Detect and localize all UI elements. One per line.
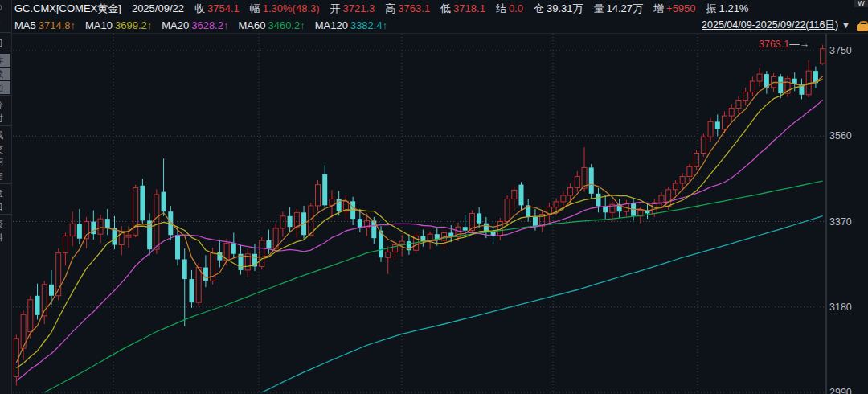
toolbar-item-5[interactable]: 时 (0, 112, 10, 125)
divider (0, 32, 11, 33)
quote-field-oi: 仓39.31万 (534, 2, 583, 16)
toolbar-user-icon[interactable]: ⊙ (0, 2, 8, 13)
ma-legend-ma120: MA1203382.4↑ (315, 19, 387, 31)
quote-field-high: 高3763.1 (385, 2, 430, 16)
toolbar-item-6[interactable]: 成 (0, 129, 10, 142)
toolbar-item-0[interactable]: 日 (0, 37, 10, 50)
quote-field-oi-chg: 增+5950 (653, 2, 696, 16)
high-price-marker: 3763.1—→ (759, 39, 809, 50)
period-selector[interactable]: 2025/04/09-2025/09/22(116日) ▼ (702, 18, 850, 32)
divider (0, 214, 11, 215)
toolbar-item-11[interactable]: 口 (0, 200, 10, 213)
grid-layer (13, 34, 826, 394)
left-toolbar: ⊙ + 日连续图分时成交明细盘口资料 (0, 0, 12, 394)
toolbar-item-4[interactable]: 分 (0, 98, 10, 111)
quote-field-open: 开3721.3 (330, 2, 375, 16)
quote-field-settle: 结0.0 (496, 2, 523, 16)
ma-legend-ma5: MA53714.8↑ (14, 19, 76, 31)
toolbar-crosshair-icon[interactable]: + (0, 16, 8, 27)
high-price-value: 3763.1 (759, 39, 789, 50)
ma-legend-ma20: MA203628.2↑ (162, 19, 228, 31)
toolbar-item-3[interactable]: 图 (0, 81, 10, 94)
toolbar-item-13[interactable]: 料 (0, 231, 10, 244)
y-axis-tick-2990: 2990 (829, 386, 865, 394)
lock-icon[interactable] (857, 21, 868, 31)
toolbar-item-9[interactable]: 细 (0, 170, 10, 183)
ma-items: MA53714.8↑MA103699.2↑MA203628.2↑MA603460… (14, 19, 387, 31)
toolbar-item-7[interactable]: 交 (0, 142, 10, 155)
toolbar-item-10[interactable]: 盘 (0, 187, 10, 199)
quote-fields: 收3754.1幅1.30%(48.3)开3721.3高3763.1低3718.1… (194, 2, 748, 16)
quote-field-volume: 量14.27万 (594, 2, 644, 16)
toolbar-item-8[interactable]: 明 (0, 156, 10, 169)
y-axis-tick-3750: 3750 (829, 44, 865, 57)
quote-field-close: 收3754.1 (194, 2, 240, 16)
trading-terminal: { "header": { "symbol": "GC.CMX[COMEX黄金]… (0, 0, 868, 394)
symbol-name: GC.CMX[COMEX黄金] (14, 2, 121, 16)
period-range-text[interactable]: 2025/04/09-2025/09/22(116日) (702, 18, 838, 32)
divider (0, 125, 11, 126)
candlestick-chart[interactable] (13, 34, 827, 394)
right-arrow-icon: —→ (789, 39, 809, 50)
ma-legend-ma60: MA603460.2↑ (238, 19, 305, 31)
divider (0, 183, 11, 184)
ma120-line (262, 216, 823, 392)
quote-field-change: 幅1.30%(48.3) (250, 2, 320, 16)
ma5-line (16, 76, 822, 363)
divider (0, 51, 11, 51)
y-axis-tick-3560: 3560 (829, 129, 865, 142)
divider (0, 95, 11, 96)
quote-date: 2025/09/22 (132, 2, 184, 14)
ma10-line (16, 80, 822, 368)
toolbar-item-2[interactable]: 续 (0, 68, 10, 80)
toolbar-item-1[interactable]: 连 (0, 54, 10, 67)
window-badge-icon[interactable]: W (854, 0, 868, 7)
candles-layer (14, 45, 825, 386)
quote-field-low: 低3718.1 (440, 2, 485, 16)
y-axis-tick-3370: 3370 (829, 215, 865, 228)
ma-legend-ma10: MA103699.2↑ (85, 19, 152, 31)
quote-field-amplitude: 振1.21% (706, 2, 749, 16)
y-axis-tick-3180: 3180 (829, 301, 865, 314)
quote-summary-bar: GC.CMX[COMEX黄金] 2025/09/22 收3754.1幅1.30%… (14, 0, 850, 17)
chevron-down-icon[interactable]: ▼ (841, 20, 850, 30)
ma60-line (44, 181, 822, 392)
toolbar-item-12[interactable]: 资 (0, 217, 10, 230)
